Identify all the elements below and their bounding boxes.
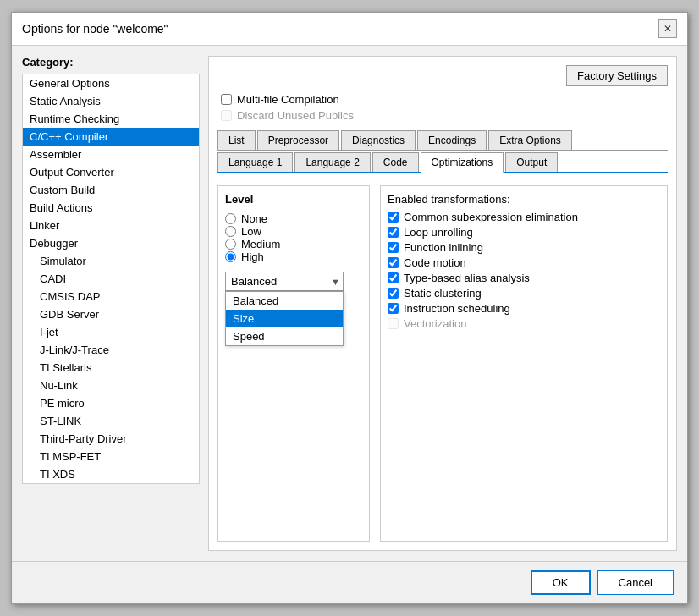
checkbox-item-1: Discard Unused Publics: [221, 109, 668, 122]
sidebar-item-debugger[interactable]: Debugger: [23, 234, 199, 252]
tab1-list[interactable]: List: [217, 130, 256, 150]
panel-body: Level NoneLowMediumHigh BalancedSizeSpee…: [217, 182, 668, 542]
dropdown-option-size[interactable]: Size: [226, 310, 343, 327]
cancel-button[interactable]: Cancel: [597, 570, 674, 595]
close-button[interactable]: ✕: [658, 19, 677, 38]
sidebar: General OptionsStatic AnalysisRuntime Ch…: [22, 74, 200, 484]
transform-item-5: Static clustering: [388, 287, 660, 300]
tabs-container: ListPreprocessorDiagnosticsEncodingsExtr…: [217, 130, 668, 182]
content-area: Category: General OptionsStatic Analysis…: [12, 46, 687, 561]
sidebar-item-custom-build[interactable]: Custom Build: [23, 181, 199, 199]
sidebar-item-j-link-j-trace[interactable]: J-Link/J-Trace: [23, 341, 199, 359]
level-radio-item-none: None: [225, 212, 362, 225]
dropdown-option-balanced[interactable]: Balanced: [226, 292, 343, 310]
level-radio-label-medium: Medium: [241, 238, 280, 250]
tabs-row2: Language 1Language 2CodeOptimizationsOut…: [217, 152, 668, 173]
transform-item-7: Vectorization: [388, 317, 660, 330]
level-radio-label-high: High: [241, 250, 264, 263]
transformations-panel: Enabled transformations: Common subexpre…: [380, 185, 668, 542]
transform-label-5: Static clustering: [404, 287, 482, 300]
transform-item-0: Common subexpression elimination: [388, 211, 660, 223]
transform-item-4: Type-based alias analysis: [388, 272, 660, 284]
sidebar-item-runtime-checking[interactable]: Runtime Checking: [23, 110, 199, 128]
checkbox-label-1: Discard Unused Publics: [237, 109, 354, 122]
level-radio-medium[interactable]: [225, 239, 236, 250]
transform-label-4: Type-based alias analysis: [404, 272, 530, 284]
transform-label-3: Code motion: [404, 256, 466, 269]
sidebar-item-build-actions[interactable]: Build Actions: [23, 199, 199, 217]
dialog-footer: OK Cancel: [12, 561, 687, 603]
transformations-title: Enabled transformations:: [388, 193, 660, 206]
tab2-language-1[interactable]: Language 1: [217, 152, 293, 172]
sidebar-item-nu-link[interactable]: Nu-Link: [23, 377, 199, 394]
sidebar-item-gdb-server[interactable]: GDB Server: [23, 305, 199, 323]
sidebar-item-i-jet[interactable]: I-jet: [23, 323, 199, 341]
tab1-encodings[interactable]: Encodings: [417, 130, 487, 150]
dropdown-container: BalancedSizeSpeed ▼: [225, 272, 344, 291]
tab1-extra-options[interactable]: Extra Options: [488, 130, 572, 150]
transform-checkbox-3[interactable]: [388, 257, 399, 268]
level-radio-label-none: None: [241, 212, 267, 225]
level-radio-item-medium: Medium: [225, 238, 362, 250]
tab2-code[interactable]: Code: [372, 152, 419, 172]
transform-checkbox-7: [388, 318, 399, 329]
transform-item-3: Code motion: [388, 256, 660, 269]
sidebar-item-general-options[interactable]: General Options: [23, 74, 199, 92]
level-radio-item-high: High: [225, 250, 362, 263]
sidebar-item-c-c---compiler[interactable]: C/C++ Compiler: [23, 128, 199, 146]
sidebar-item-ti-xds[interactable]: TI XDS: [23, 465, 199, 483]
transform-item-2: Function inlining: [388, 241, 660, 254]
tab2-optimizations[interactable]: Optimizations: [421, 152, 504, 173]
checkbox-input-0[interactable]: [221, 94, 232, 105]
level-radio-low[interactable]: [225, 226, 236, 237]
sidebar-item-simulator[interactable]: Simulator: [23, 252, 199, 270]
level-radio-none[interactable]: [225, 213, 236, 224]
transform-label-2: Function inlining: [404, 241, 483, 254]
factory-settings-button[interactable]: Factory Settings: [566, 65, 668, 86]
transform-checkbox-5[interactable]: [388, 288, 399, 299]
transform-label-7: Vectorization: [404, 317, 466, 330]
sidebar-item-linker[interactable]: Linker: [23, 217, 199, 234]
transform-checkbox-4[interactable]: [388, 272, 399, 283]
transformations-list: Common subexpression eliminationLoop unr…: [388, 211, 660, 330]
level-radio-item-low: Low: [225, 225, 362, 238]
sidebar-item-cadi[interactable]: CADI: [23, 270, 199, 288]
tab1-preprocessor[interactable]: Preprocessor: [257, 130, 339, 150]
transform-checkbox-6[interactable]: [388, 303, 399, 314]
sidebar-item-assembler[interactable]: Assembler: [23, 146, 199, 163]
tabs-row1: ListPreprocessorDiagnosticsEncodingsExtr…: [217, 130, 668, 151]
sidebar-item-cmsis-dap[interactable]: CMSIS DAP: [23, 288, 199, 305]
sidebar-item-st-link[interactable]: ST-LINK: [23, 412, 199, 430]
category-label: Category:: [22, 56, 200, 69]
transform-checkbox-0[interactable]: [388, 212, 399, 223]
sidebar-item-third-party-driver[interactable]: Third-Party Driver: [23, 430, 199, 448]
sidebar-item-output-converter[interactable]: Output Converter: [23, 163, 199, 181]
tab2-language-2[interactable]: Language 2: [294, 152, 370, 172]
main-panel: Factory Settings Multi-file CompilationD…: [208, 56, 677, 551]
factory-settings-row: Factory Settings: [217, 65, 668, 86]
tab1-diagnostics[interactable]: Diagnostics: [341, 130, 416, 150]
level-radio-label-low: Low: [241, 225, 261, 238]
dialog-title: Options for node "welcome": [22, 22, 168, 36]
transform-label-1: Loop unrolling: [404, 226, 473, 239]
dropdown-open-list: BalancedSizeSpeed: [225, 291, 344, 346]
transform-item-1: Loop unrolling: [388, 226, 660, 239]
dropdown-wrapper: BalancedSizeSpeed ▼ BalancedSizeSpeed: [225, 272, 362, 291]
level-radio-high[interactable]: [225, 251, 236, 262]
tab2-output[interactable]: Output: [505, 152, 558, 172]
transform-checkbox-1[interactable]: [388, 227, 399, 238]
checkbox-label-0: Multi-file Compilation: [237, 93, 339, 106]
dropdown-option-speed[interactable]: Speed: [226, 327, 343, 345]
sidebar-item-ti-msp-fet[interactable]: TI MSP-FET: [23, 448, 199, 465]
level-title: Level: [225, 193, 362, 206]
checkbox-input-1: [221, 110, 232, 121]
transform-checkbox-2[interactable]: [388, 242, 399, 253]
sidebar-item-pe-micro[interactable]: PE micro: [23, 394, 199, 412]
optimization-dropdown[interactable]: BalancedSizeSpeed: [225, 272, 344, 291]
sidebar-item-ti-stellaris[interactable]: TI Stellaris: [23, 359, 199, 377]
title-bar: Options for node "welcome" ✕: [12, 13, 687, 46]
options-dialog: Options for node "welcome" ✕ Category: G…: [11, 12, 688, 604]
sidebar-item-static-analysis[interactable]: Static Analysis: [23, 92, 199, 110]
ok-button[interactable]: OK: [531, 570, 591, 595]
level-radios: NoneLowMediumHigh: [225, 212, 362, 263]
